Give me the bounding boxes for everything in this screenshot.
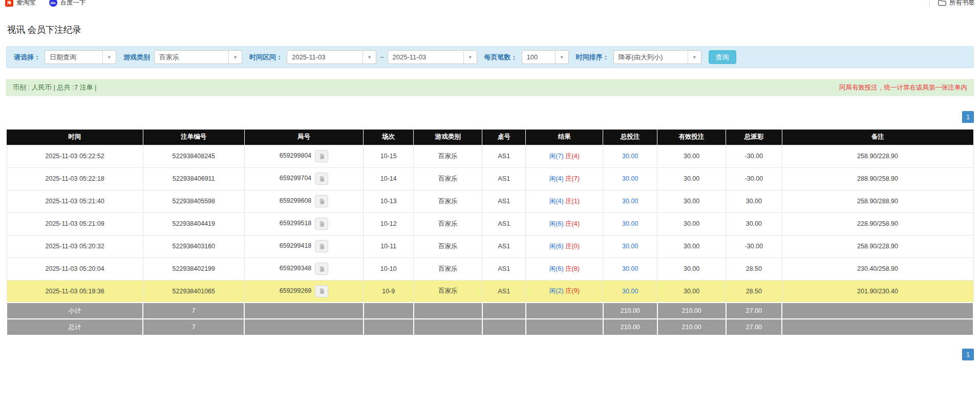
cell-valid-bet: 30.00 bbox=[657, 235, 726, 258]
video-replay-button[interactable] bbox=[315, 218, 328, 230]
cell-time: 2025-11-03 05:22:18 bbox=[7, 167, 143, 190]
chevron-down-icon: ▼ bbox=[463, 51, 477, 63]
cell-bet-id: 522938402199 bbox=[143, 258, 244, 280]
chevron-down-icon: ▼ bbox=[555, 51, 568, 63]
total-bet-link[interactable]: 30.00 bbox=[622, 243, 638, 250]
round-number: 659299704 bbox=[280, 175, 312, 182]
column-header: 时间 bbox=[7, 130, 143, 145]
bookmarks-divider bbox=[929, 0, 930, 7]
cell-session: 10-13 bbox=[364, 190, 414, 212]
query-button[interactable]: 查询 bbox=[709, 50, 736, 64]
cell-round-id: 659299518 bbox=[244, 212, 363, 235]
time-range-label: 时间区间： bbox=[249, 53, 283, 62]
all-bookmarks-button[interactable]: 所有书签 bbox=[938, 0, 975, 7]
sort-select[interactable]: 降幂(由大到小) ▼ bbox=[613, 50, 701, 64]
page-1-button[interactable]: 1 bbox=[962, 111, 974, 123]
total-bet-link[interactable]: 30.00 bbox=[622, 175, 638, 182]
cell-session: 10-9 bbox=[364, 280, 414, 303]
result-banker: 庄(8) bbox=[565, 265, 580, 272]
table-row: 2025-11-03 05:21:40522938405598659299608… bbox=[7, 190, 973, 212]
sum-empty bbox=[364, 319, 414, 335]
table-row: 2025-11-03 05:19:36522938401065659299269… bbox=[7, 280, 973, 303]
cell-payout: -30.00 bbox=[726, 145, 782, 167]
cell-round-id: 659299704 bbox=[244, 167, 363, 190]
all-bookmarks-label: 所有书签 bbox=[949, 0, 975, 7]
video-replay-button[interactable] bbox=[315, 240, 328, 252]
table-row: 2025-11-03 05:22:18522938406911659299704… bbox=[7, 167, 973, 190]
total-bet-link[interactable]: 30.00 bbox=[622, 220, 638, 227]
column-header: 总派彩 bbox=[726, 130, 782, 145]
cell-bet-id: 522938401065 bbox=[143, 280, 244, 303]
page-1-button[interactable]: 1 bbox=[962, 349, 974, 360]
cell-time: 2025-11-03 05:20:32 bbox=[7, 235, 143, 258]
sum-label: 小计 bbox=[7, 303, 143, 319]
cell-total-bet: 30.00 bbox=[603, 145, 657, 167]
cell-note: 258.90/228.90 bbox=[782, 145, 973, 167]
video-replay-button[interactable] bbox=[315, 150, 328, 162]
chevron-down-icon: ▼ bbox=[102, 51, 116, 63]
cell-valid-bet: 30.00 bbox=[657, 212, 726, 235]
round-number: 659299804 bbox=[280, 152, 312, 159]
sum-payout: 27.00 bbox=[726, 303, 782, 319]
round-number: 659299518 bbox=[280, 220, 312, 227]
cell-result: 闲(6) 庄(4) bbox=[526, 212, 603, 235]
cell-game-type: 百家乐 bbox=[414, 167, 482, 190]
total-bet-link[interactable]: 30.00 bbox=[622, 288, 638, 295]
video-replay-icon bbox=[318, 243, 325, 250]
cell-game-type: 百家乐 bbox=[414, 280, 482, 303]
table-body: 2025-11-03 05:22:52522938408245659299804… bbox=[7, 145, 973, 335]
cell-table-no: AS1 bbox=[482, 212, 526, 235]
cell-note: 258.90/228.90 bbox=[782, 235, 973, 258]
cell-session: 10-15 bbox=[364, 145, 414, 167]
round-number: 659299608 bbox=[280, 197, 312, 204]
cell-payout: 28.50 bbox=[726, 280, 782, 303]
cell-result: 闲(7) 庄(4) bbox=[526, 145, 603, 167]
cell-result: 闲(6) 庄(0) bbox=[526, 235, 603, 258]
cell-total-bet: 30.00 bbox=[603, 235, 657, 258]
column-header: 注单编号 bbox=[143, 130, 244, 145]
total-bet-link[interactable]: 30.00 bbox=[622, 265, 638, 272]
sum-empty bbox=[526, 303, 603, 319]
summary-bar: 币别 : 人民币 | 总共 :7 注单 | 同局有效投注，统一计算在该局第一张注… bbox=[6, 79, 974, 96]
sum-label: 总计 bbox=[7, 319, 143, 335]
video-replay-button[interactable] bbox=[315, 285, 328, 297]
per-page-value: 100 bbox=[522, 53, 555, 61]
result-banker: 庄(0) bbox=[565, 243, 580, 250]
date-to-select[interactable]: 2025-11-03 ▼ bbox=[388, 50, 477, 64]
valid-bet-note: 同局有效投注，统一计算在该局第一张注单内 bbox=[839, 83, 967, 92]
total-bet-link[interactable]: 30.00 bbox=[622, 198, 638, 205]
cell-table-no: AS1 bbox=[482, 258, 526, 280]
baidu-icon: du bbox=[49, 0, 57, 7]
date-range-tilde: ~ bbox=[380, 53, 384, 61]
bookmarks-bar: 淘 爱淘宝 du 百度一下 所有书签 bbox=[0, 0, 980, 7]
video-replay-button[interactable] bbox=[315, 195, 328, 207]
cell-time: 2025-11-03 05:21:09 bbox=[7, 212, 143, 235]
cell-note: 230.40/258.90 bbox=[782, 258, 973, 280]
date-from-select[interactable]: 2025-11-03 ▼ bbox=[287, 50, 376, 64]
result-player: 闲(4) bbox=[549, 175, 564, 182]
video-replay-icon bbox=[318, 288, 325, 294]
filter-toolbar: 请选择： 日期查询 ▼ 游戏类别 百家乐 ▼ 时间区间： 2025-11-03 … bbox=[6, 46, 974, 68]
date-mode-select[interactable]: 日期查询 ▼ bbox=[45, 50, 116, 64]
video-replay-icon bbox=[318, 153, 325, 160]
total-bet-link[interactable]: 30.00 bbox=[622, 153, 638, 160]
cell-valid-bet: 30.00 bbox=[657, 258, 726, 280]
table-row: 2025-11-03 05:20:32522938403160659299418… bbox=[7, 235, 973, 258]
cell-session: 10-10 bbox=[364, 258, 414, 280]
round-number: 659299269 bbox=[280, 287, 312, 294]
chevron-down-icon: ▼ bbox=[363, 51, 376, 63]
sum-total-bet: 210.00 bbox=[603, 319, 657, 335]
table-row: 2025-11-03 05:21:09522938404419659299518… bbox=[7, 212, 973, 235]
cell-table-no: AS1 bbox=[482, 235, 526, 258]
bookmark-taobao[interactable]: 淘 爱淘宝 bbox=[5, 0, 36, 7]
video-replay-button[interactable] bbox=[315, 173, 328, 185]
bookmark-baidu[interactable]: du 百度一下 bbox=[49, 0, 86, 7]
per-page-label: 每页笔数： bbox=[484, 53, 518, 62]
video-replay-button[interactable] bbox=[315, 263, 328, 275]
folder-icon bbox=[938, 0, 946, 6]
cell-result: 闲(4) 庄(7) bbox=[526, 167, 603, 190]
cell-round-id: 659299608 bbox=[244, 190, 363, 212]
sum-total-bet: 210.00 bbox=[603, 303, 657, 319]
per-page-select[interactable]: 100 ▼ bbox=[522, 50, 569, 64]
game-type-select[interactable]: 百家乐 ▼ bbox=[154, 50, 242, 64]
